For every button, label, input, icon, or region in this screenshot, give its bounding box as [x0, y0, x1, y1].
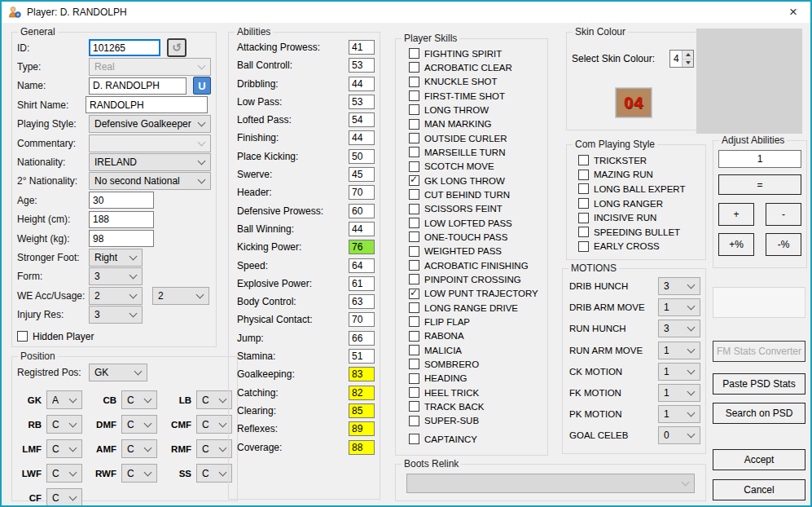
skill-checkbox[interactable] — [409, 331, 419, 342]
ability-value-input[interactable] — [349, 77, 375, 91]
close-icon[interactable]: × — [784, 3, 802, 21]
skill-checkbox[interactable] — [409, 104, 419, 115]
skill-checkbox[interactable] — [409, 77, 419, 87]
ability-value-input[interactable] — [349, 240, 375, 254]
ability-value-input[interactable] — [349, 276, 375, 291]
form-select[interactable]: 3 — [89, 267, 143, 285]
spinner-down-button[interactable] — [683, 60, 693, 68]
ability-value-input[interactable] — [349, 185, 375, 200]
skill-row[interactable]: FIGHTING SPIRIT — [409, 46, 542, 60]
age-input[interactable] — [89, 192, 154, 209]
ability-value-input[interactable] — [349, 331, 375, 346]
skill-row[interactable]: OUTSIDE CURLER — [409, 131, 542, 145]
ability-value-input[interactable] — [349, 349, 375, 364]
skill-row[interactable]: LOW LOFTED PASS — [409, 216, 542, 230]
skill-row[interactable]: MAN MARKING — [409, 117, 542, 131]
adjust-amount-input[interactable] — [718, 150, 801, 168]
motion-select[interactable]: 1 — [658, 384, 700, 402]
skill-row[interactable]: WEIGHTED PASS — [409, 245, 542, 258]
skill-row[interactable]: LONG THROW — [409, 103, 542, 117]
skill-row[interactable]: ACROBATIC FINISHING — [409, 258, 542, 272]
skill-checkbox[interactable] — [409, 133, 419, 143]
position-slot-select[interactable]: C — [196, 415, 232, 434]
skill-checkbox[interactable] — [409, 175, 419, 186]
position-slot-select[interactable]: C — [121, 464, 157, 483]
ability-value-input[interactable] — [349, 58, 375, 73]
skill-row[interactable]: ONE-TOUCH PASS — [409, 230, 542, 244]
position-slot-select[interactable]: A — [46, 390, 82, 409]
motion-select[interactable]: 1 — [658, 363, 700, 381]
registered-pos-select[interactable]: GK — [89, 364, 147, 381]
skill-row[interactable]: MALICIA — [409, 343, 542, 357]
accept-button[interactable]: Accept — [713, 449, 805, 470]
we-usage-select[interactable]: 2 — [152, 287, 209, 305]
com-style-checkbox[interactable] — [578, 227, 589, 237]
injury-res-select[interactable]: 3 — [89, 306, 143, 324]
position-slot-select[interactable]: C — [121, 390, 157, 409]
skill-row[interactable]: CUT BEHIND TURN — [409, 187, 542, 201]
skill-row[interactable]: KNUCKLE SHOT — [409, 75, 542, 89]
ability-value-input[interactable] — [349, 112, 375, 127]
skill-row[interactable]: SOMBRERO — [409, 357, 542, 371]
com-style-checkbox[interactable] — [578, 213, 589, 223]
skill-checkbox[interactable] — [409, 316, 419, 327]
skill-checkbox[interactable] — [409, 147, 419, 157]
skill-row[interactable]: TRACK BACK — [409, 399, 542, 413]
skill-row[interactable]: MARSEILLE TURN — [409, 145, 542, 159]
com-style-row[interactable]: EARLY CROSS — [578, 240, 700, 254]
skill-checkbox[interactable] — [409, 416, 419, 426]
name-input[interactable] — [89, 77, 187, 95]
skill-checkbox[interactable] — [409, 274, 419, 284]
stronger-foot-select[interactable]: Right — [89, 249, 143, 267]
we-acc-select[interactable]: 2 — [89, 287, 143, 305]
nationality-select[interactable]: IRELAND — [89, 153, 211, 171]
ability-value-input[interactable] — [349, 440, 375, 455]
ability-value-input[interactable] — [349, 149, 375, 164]
skill-checkbox[interactable] — [409, 387, 419, 398]
com-style-checkbox[interactable] — [578, 170, 589, 180]
ability-value-input[interactable] — [349, 403, 375, 418]
ability-value-input[interactable] — [349, 167, 375, 182]
skill-checkbox[interactable] — [409, 161, 419, 172]
plus-button[interactable]: + — [718, 203, 754, 226]
motion-select[interactable]: 1 — [658, 405, 700, 423]
skill-row[interactable]: HEADING — [409, 372, 542, 386]
refresh-button[interactable]: ↺ — [167, 38, 187, 57]
position-slot-select[interactable]: C — [46, 439, 82, 458]
skill-checkbox[interactable] — [409, 345, 419, 355]
ability-value-input[interactable] — [349, 222, 375, 236]
set-equal-button[interactable]: = — [718, 174, 801, 195]
id-input[interactable] — [89, 39, 160, 56]
minus-percent-button[interactable]: -% — [766, 233, 801, 256]
motion-select[interactable]: 3 — [658, 320, 700, 337]
ability-value-input[interactable] — [349, 312, 375, 327]
skill-checkbox[interactable] — [409, 289, 419, 299]
plus-percent-button[interactable]: +% — [718, 233, 754, 256]
skill-row[interactable]: GK LONG THROW — [409, 174, 542, 187]
skill-checkbox[interactable] — [409, 260, 419, 271]
skill-row[interactable]: RABONA — [409, 329, 542, 343]
skill-row[interactable]: SCOTCH MOVE — [409, 160, 542, 174]
skill-row[interactable]: FIRST-TIME SHOT — [409, 89, 542, 103]
shirt-name-input[interactable] — [86, 96, 208, 113]
position-slot-select[interactable]: C — [196, 439, 232, 458]
skill-row[interactable]: LONG RANGE DRIVE — [409, 301, 542, 315]
motion-select[interactable]: 0 — [658, 426, 700, 444]
com-style-row[interactable]: INCISIVE RUN — [578, 210, 700, 225]
position-slot-select[interactable]: C — [46, 488, 82, 507]
com-style-checkbox[interactable] — [578, 183, 589, 194]
position-slot-select[interactable]: C — [196, 390, 232, 409]
skill-checkbox[interactable] — [409, 373, 419, 384]
spinner-up-button[interactable] — [683, 51, 693, 60]
com-style-checkbox[interactable] — [578, 155, 589, 165]
position-slot-select[interactable]: C — [196, 464, 232, 483]
skill-checkbox[interactable] — [409, 119, 419, 130]
ability-value-input[interactable] — [349, 40, 375, 55]
motion-select[interactable]: 1 — [658, 342, 700, 359]
position-slot-select[interactable]: C — [46, 415, 82, 434]
skill-checkbox[interactable] — [409, 434, 419, 444]
ability-value-input[interactable] — [349, 204, 375, 218]
minus-button[interactable]: - — [766, 203, 801, 226]
skin-colour-spinner[interactable]: 4 — [669, 50, 694, 68]
ability-value-input[interactable] — [349, 258, 375, 273]
